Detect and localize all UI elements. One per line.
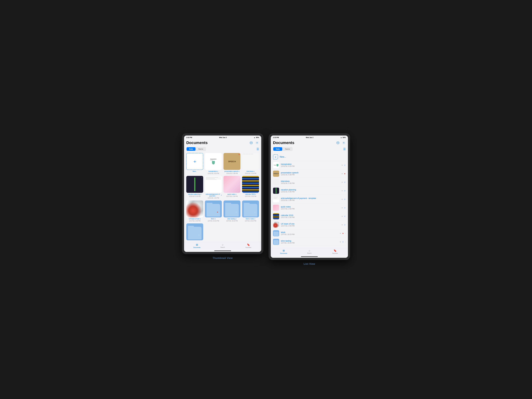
sort-name-btn-list[interactable]: Name bbox=[283, 147, 292, 151]
list-thumb-ack bbox=[273, 196, 279, 202]
list-item-quicknotes[interactable]: quick notes 12/17/18, 2:50 PM ∨ ☆ bbox=[273, 203, 346, 212]
sort-date-btn-list[interactable]: Date bbox=[273, 147, 282, 151]
list-item-winetasting[interactable]: wine tasting 12/7/18, 10:23 PM ∨ ☆ › bbox=[273, 238, 346, 246]
expand-icon-speech[interactable]: ∨ bbox=[342, 173, 343, 175]
star-icon-winetasting[interactable]: ☆ bbox=[342, 241, 344, 243]
svg-point-9 bbox=[343, 142, 344, 143]
star-icon-work[interactable]: ★ bbox=[342, 232, 344, 234]
thumb-item-demonotes[interactable]: ☆ Demo notes ∨ 12/7/18, 10:22 PM bbox=[242, 201, 259, 222]
thumb-item-work[interactable]: ★ Work ∨ 12/7/18, 10:23 PM bbox=[205, 201, 222, 222]
star-icon-transpiration[interactable]: ☆ bbox=[344, 164, 346, 166]
thumb-label-calendar: calendar 2019 bbox=[245, 193, 255, 195]
thumb-item-calendar[interactable]: calendar 2019 ∨ 12/17/18, 2:50 PM bbox=[242, 176, 259, 199]
list-device-container: 2:33 PM Wed Jan 2 ▲ 59% Documents bbox=[269, 134, 350, 265]
list-name-quicknotes: quick notes bbox=[281, 206, 340, 208]
list-info-calendar: calendar 2019 12/17/18, 2:50 PM bbox=[281, 214, 340, 218]
list-item-interviews[interactable]: interviews 12/31/18, 5:36 PM ∨ ☆ bbox=[273, 178, 346, 186]
list-actions-calendar: ∨ ☆ bbox=[342, 215, 346, 217]
circle-dots-icon-thumbnail[interactable] bbox=[249, 141, 253, 145]
star-icon-speech[interactable]: ★ bbox=[344, 172, 346, 175]
expand-icon-transpiration[interactable]: ∨ bbox=[342, 164, 343, 166]
list-item-uxteam[interactable]: UX team of one 12/17/18, 2:50 PM ∨ ☆ bbox=[273, 221, 346, 229]
star-icon-quicknotes[interactable]: ☆ bbox=[344, 207, 346, 209]
svg-point-4 bbox=[257, 142, 258, 143]
list-view-btn-thumbnail[interactable]: ☰ bbox=[256, 147, 259, 151]
list-item-calendar[interactable]: calendar 2019 12/17/18, 2:50 PM ∨ ☆ bbox=[273, 212, 346, 221]
thumb-item-uxteam[interactable]: UX team of one ∨ 12/17/18, 2:50 PM bbox=[186, 201, 203, 222]
thumb-item-ack[interactable]: acknowledgement of payment - ∨ 12/21/18,… bbox=[205, 176, 222, 199]
nav-search-thumbnail[interactable]: ⌕ Search bbox=[210, 243, 235, 248]
expand-icon-interviews[interactable]: ∨ bbox=[342, 181, 343, 183]
expand-icon-uxteam[interactable]: ∨ bbox=[342, 224, 343, 226]
gear-icon-list[interactable] bbox=[342, 141, 346, 145]
list-name-uxteam: UX team of one bbox=[281, 223, 340, 225]
sort-date-btn-thumbnail[interactable]: Date bbox=[187, 147, 196, 151]
expand-icon-quicknotes[interactable]: ∨ bbox=[342, 207, 343, 209]
thumb-item-winetasting[interactable]: ☆ wine tasting ∨ 12/7/18, 10:23 PM bbox=[223, 201, 241, 222]
nav-favorites-list[interactable]: 🔖 Favorites bbox=[322, 249, 348, 254]
sort-name-btn-thumbnail[interactable]: Name bbox=[196, 147, 206, 151]
thumb-chevron-interviews: ∨ bbox=[253, 171, 254, 172]
segmented-control-list: Date Name bbox=[273, 147, 293, 151]
list-item-speech[interactable]: SPEECH presentation speech 12/31/18, 5:3… bbox=[273, 169, 346, 178]
thumb-item-transpiration[interactable]: Transpiration Process transpirati bbox=[205, 153, 222, 174]
new-doc-list-item[interactable]: ＋ New... bbox=[273, 153, 346, 161]
gear-icon-thumbnail[interactable] bbox=[255, 141, 259, 145]
nav-docs-label-thumbnail: Documents bbox=[193, 247, 201, 248]
nav-favorites-label-thumbnail: Favorites bbox=[246, 247, 251, 248]
status-bar-list: 2:33 PM Wed Jan 2 ▲ 59% bbox=[271, 135, 348, 139]
thumb-work: ★ bbox=[205, 201, 222, 217]
list-item-ack[interactable]: acknowledgement of payment - template 12… bbox=[273, 195, 346, 203]
status-right-list: ▲ 59% bbox=[340, 137, 346, 138]
ipad-screen-thumbnail: 2:52 PM Wed Jan 2 ▲ 56% Documents bbox=[184, 135, 261, 252]
app-content-thumbnail: Documents bbox=[184, 139, 261, 242]
nav-search-list[interactable]: ⌕ Search bbox=[297, 249, 322, 254]
thumb-empty-folder: ☆ bbox=[186, 223, 203, 240]
star-icon-interviews[interactable]: ☆ bbox=[344, 181, 346, 183]
circle-dots-icon-list[interactable] bbox=[336, 141, 340, 145]
star-icon-ack[interactable]: ☆ bbox=[344, 198, 346, 200]
list-item-vacation[interactable]: vacation planning 12/31/18, 5:35 PM ∨ ☆ bbox=[273, 186, 346, 195]
list-item-transpiration[interactable]: Transp... transpiration 12/31/18, 6:26 P… bbox=[273, 161, 346, 169]
list-thumb-winetasting bbox=[273, 239, 279, 245]
thumb-item-empty-folder[interactable]: ☆ bbox=[186, 223, 203, 240]
new-doc-item[interactable]: ＋ New... bbox=[186, 153, 203, 174]
nav-docs-label-list: Documents bbox=[280, 253, 287, 254]
star-icon-calendar[interactable]: ☆ bbox=[344, 215, 346, 217]
thumb-item-quicknotes[interactable]: quick notes ∨ 12/17/18, 2:50 PM bbox=[223, 176, 241, 199]
thumb-chevron-quicknotes: ∨ bbox=[235, 193, 236, 195]
search-icon-list: ⌕ bbox=[309, 249, 310, 252]
expand-icon-ack[interactable]: ∨ bbox=[342, 198, 343, 200]
list-actions-quicknotes: ∨ ☆ bbox=[342, 207, 346, 209]
thumb-item-speech[interactable]: SPEECH ★ presentation speech ∨ 12/31/18,… bbox=[223, 153, 241, 174]
expand-icon-winetasting[interactable]: ∨ bbox=[340, 241, 341, 243]
svg-point-6 bbox=[337, 143, 337, 143]
list-item-work[interactable]: Work 12/7/18, 10:23 PM ∨ ★ › bbox=[273, 229, 346, 238]
list-name-ack: acknowledgement of payment - template bbox=[281, 197, 340, 199]
expand-icon-vacation[interactable]: ∨ bbox=[342, 190, 343, 192]
list-name-calendar: calendar 2019 bbox=[281, 214, 340, 216]
list-thumb-interviews bbox=[273, 179, 279, 185]
list-info-transpiration: transpiration 12/31/18, 6:26 PM bbox=[281, 163, 340, 167]
svg-point-8 bbox=[338, 143, 339, 143]
list-name-speech: presentation speech bbox=[281, 172, 340, 174]
nav-documents-list[interactable]: ⊞ Documents bbox=[271, 249, 297, 254]
thumb-item-interviews[interactable]: interviews ∨ 12/31/18, 5:36 PM bbox=[242, 153, 259, 174]
list-name-vacation: vacation planning bbox=[281, 189, 340, 191]
list-info-interviews: interviews 12/31/18, 5:36 PM bbox=[281, 180, 340, 184]
thumb-item-vacation[interactable]: ☆ vacation planning ∨ 12/31/18, 5:35 PM bbox=[186, 176, 203, 199]
star-icon-vacation[interactable]: ☆ bbox=[344, 190, 346, 192]
thumb-date-vacation: 12/31/18, 5:35 PM bbox=[189, 196, 201, 197]
expand-icon-calendar[interactable]: ∨ bbox=[342, 215, 343, 217]
home-bar-thumbnail bbox=[214, 251, 231, 251]
status-bar-thumbnail: 2:52 PM Wed Jan 2 ▲ 56% bbox=[184, 135, 261, 139]
nav-favorites-thumbnail[interactable]: 🔖 Favorites bbox=[235, 243, 261, 248]
chevron-right-work[interactable]: › bbox=[345, 232, 346, 234]
list-actions-winetasting: ∨ ☆ › bbox=[340, 241, 346, 243]
thumb-label-transpiration: transpiration bbox=[209, 171, 217, 172]
expand-icon-work[interactable]: ∨ bbox=[340, 232, 341, 234]
nav-documents-thumbnail[interactable]: ⊞ Documents bbox=[184, 243, 210, 248]
chevron-right-winetasting[interactable]: › bbox=[345, 241, 346, 243]
list-view-btn-list[interactable]: ☰ bbox=[343, 147, 346, 151]
star-icon-uxteam[interactable]: ☆ bbox=[344, 224, 346, 226]
